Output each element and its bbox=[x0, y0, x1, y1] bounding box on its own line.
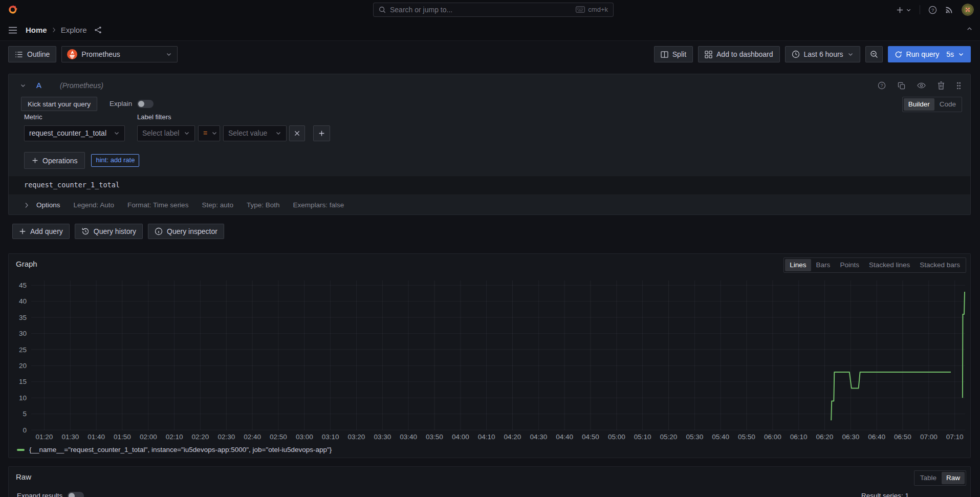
query-history-button[interactable]: Query history bbox=[75, 224, 143, 239]
chevron-down-icon bbox=[958, 51, 964, 57]
explore-toolbar: Outline Prometheus Split bbox=[8, 46, 971, 63]
metric-label: Metric bbox=[24, 113, 125, 122]
chevron-down-icon bbox=[847, 51, 854, 57]
svg-text:05:30: 05:30 bbox=[686, 433, 703, 441]
label-filters-label: Label filters bbox=[137, 113, 330, 122]
remove-filter-button[interactable] bbox=[289, 125, 305, 141]
query-inspector-button[interactable]: Query inspector bbox=[148, 224, 224, 239]
query-ref-id[interactable]: A bbox=[36, 80, 41, 91]
query-tools-row: Kick start your query Explain bbox=[21, 97, 154, 111]
add-to-dashboard-button[interactable]: Add to dashboard bbox=[698, 46, 780, 62]
label-filters-field: Label filters Select label = Select valu… bbox=[137, 113, 330, 141]
svg-text:05:40: 05:40 bbox=[712, 433, 729, 441]
new-menu-button[interactable] bbox=[896, 6, 911, 14]
zoom-out-button[interactable] bbox=[865, 46, 883, 62]
kick-start-button[interactable]: Kick start your query bbox=[21, 97, 97, 111]
svg-text:01:30: 01:30 bbox=[61, 433, 79, 441]
info-icon bbox=[155, 227, 163, 235]
svg-text:?: ? bbox=[931, 7, 934, 12]
chevron-down-icon bbox=[184, 130, 190, 136]
collapse-query-chevron-icon[interactable] bbox=[20, 82, 26, 89]
svg-text:04:30: 04:30 bbox=[530, 433, 547, 441]
graph-style-stacked-bars[interactable]: Stacked bars bbox=[915, 259, 965, 271]
breadcrumb-current: Explore bbox=[61, 25, 87, 35]
select-label-dropdown[interactable]: Select label bbox=[137, 125, 195, 141]
svg-text:15: 15 bbox=[19, 378, 27, 385]
svg-text:06:40: 06:40 bbox=[868, 433, 885, 441]
raw-view-raw[interactable]: Raw bbox=[942, 472, 965, 484]
share-icon[interactable] bbox=[94, 26, 102, 34]
svg-text:30: 30 bbox=[19, 330, 27, 337]
outline-button[interactable]: Outline bbox=[8, 46, 56, 62]
metric-select[interactable]: request_counter_1_total bbox=[24, 125, 125, 141]
explain-toggle[interactable] bbox=[137, 100, 154, 108]
run-query-button[interactable]: Run query 5s bbox=[888, 46, 971, 62]
operator-dropdown[interactable]: = bbox=[198, 125, 220, 141]
top-nav-bar: cmd+k ? bbox=[0, 0, 980, 19]
collapse-chevron-up-icon[interactable] bbox=[966, 26, 973, 32]
query-help-icon[interactable]: ? bbox=[878, 81, 886, 90]
graph-chart[interactable]: 05101520253035404501:2001:3001:4001:5002… bbox=[13, 274, 967, 443]
query-preview: request_counter_1_total bbox=[9, 176, 970, 195]
chevron-right-icon[interactable] bbox=[24, 202, 29, 208]
svg-text:03:00: 03:00 bbox=[296, 433, 313, 441]
raw-panel-footer: Expand results Result series: 1 bbox=[17, 491, 962, 497]
add-filter-button[interactable] bbox=[313, 125, 330, 141]
graph-style-stacked-lines[interactable]: Stacked lines bbox=[864, 259, 914, 271]
operations-button[interactable]: Operations bbox=[24, 152, 85, 169]
svg-text:04:40: 04:40 bbox=[556, 433, 573, 441]
user-avatar[interactable] bbox=[962, 4, 974, 16]
graph-legend-label[interactable]: {__name__="request_counter_1_total", ins… bbox=[29, 445, 332, 455]
graph-style-points[interactable]: Points bbox=[835, 259, 864, 271]
help-icon[interactable]: ? bbox=[928, 6, 937, 14]
grafana-logo-icon[interactable] bbox=[8, 4, 18, 15]
search-field[interactable] bbox=[390, 5, 572, 14]
svg-text:02:20: 02:20 bbox=[192, 433, 209, 441]
graph-style-switch: Lines Bars Points Stacked lines Stacked … bbox=[783, 257, 966, 273]
global-search-input[interactable]: cmd+k bbox=[373, 3, 614, 17]
svg-text:03:10: 03:10 bbox=[322, 433, 339, 441]
code-mode-option[interactable]: Code bbox=[935, 98, 961, 111]
news-rss-icon[interactable] bbox=[945, 6, 953, 14]
raw-view-table[interactable]: Table bbox=[916, 472, 941, 484]
svg-text:04:00: 04:00 bbox=[452, 433, 469, 441]
operations-row: Operations hint: add rate bbox=[24, 152, 139, 169]
datasource-picker[interactable]: Prometheus bbox=[61, 46, 178, 62]
graph-style-bars[interactable]: Bars bbox=[812, 259, 835, 271]
svg-text:02:40: 02:40 bbox=[244, 433, 261, 441]
graph-style-lines[interactable]: Lines bbox=[785, 259, 811, 271]
graph-legend-item[interactable]: {__name__="request_counter_1_total", ins… bbox=[17, 445, 332, 455]
plus-icon bbox=[896, 6, 904, 14]
svg-text:06:30: 06:30 bbox=[842, 433, 859, 441]
svg-text:07:10: 07:10 bbox=[946, 433, 964, 441]
add-query-button[interactable]: Add query bbox=[12, 224, 70, 239]
builder-mode-option[interactable]: Builder bbox=[904, 98, 934, 111]
plus-icon bbox=[19, 228, 26, 235]
expand-results-toggle[interactable] bbox=[68, 492, 84, 497]
time-range-picker[interactable]: Last 6 hours bbox=[785, 46, 860, 62]
prometheus-icon bbox=[67, 49, 77, 59]
drag-handle-grip-icon[interactable] bbox=[956, 82, 961, 90]
breadcrumb-bar: Home Explore bbox=[0, 19, 980, 41]
graph-legend-swatch bbox=[17, 449, 25, 451]
split-button[interactable]: Split bbox=[654, 46, 693, 62]
refresh-interval[interactable]: 5s bbox=[946, 50, 954, 58]
toggle-visibility-eye-icon[interactable] bbox=[917, 82, 926, 89]
svg-text:06:00: 06:00 bbox=[764, 433, 781, 441]
operator-value: = bbox=[203, 128, 207, 138]
close-icon bbox=[294, 131, 300, 136]
breadcrumb-home[interactable]: Home bbox=[26, 25, 47, 35]
svg-text:03:50: 03:50 bbox=[426, 433, 443, 441]
svg-text:03:20: 03:20 bbox=[348, 433, 365, 441]
svg-text:04:50: 04:50 bbox=[582, 433, 599, 441]
metric-field: Metric request_counter_1_total bbox=[24, 113, 125, 141]
delete-query-trash-icon[interactable] bbox=[938, 81, 945, 90]
hint-add-rate-link[interactable]: hint: add rate bbox=[91, 154, 139, 167]
options-title[interactable]: Options bbox=[36, 201, 60, 210]
duplicate-query-icon[interactable] bbox=[898, 82, 905, 90]
query-builder-fields: Metric request_counter_1_total Label fil… bbox=[24, 113, 330, 141]
mega-menu-icon[interactable] bbox=[8, 27, 17, 34]
options-exemplars: Exemplars: false bbox=[293, 201, 344, 210]
select-value-dropdown[interactable]: Select value bbox=[223, 125, 287, 141]
search-icon bbox=[379, 6, 386, 13]
